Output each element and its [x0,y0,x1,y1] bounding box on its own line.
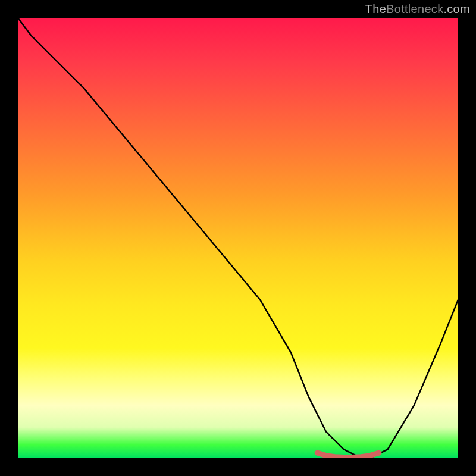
bottleneck-curve [18,18,458,458]
optimal-band [317,453,379,457]
curve-layer [18,18,458,458]
watermark: TheBottleneck.com [365,2,470,16]
watermark-suffix: .com [443,2,470,15]
chart-frame: TheBottleneck.com [0,0,476,476]
watermark-prefix: The [365,2,386,15]
plot-area [18,18,458,458]
watermark-mid: Bottleneck [386,2,443,15]
